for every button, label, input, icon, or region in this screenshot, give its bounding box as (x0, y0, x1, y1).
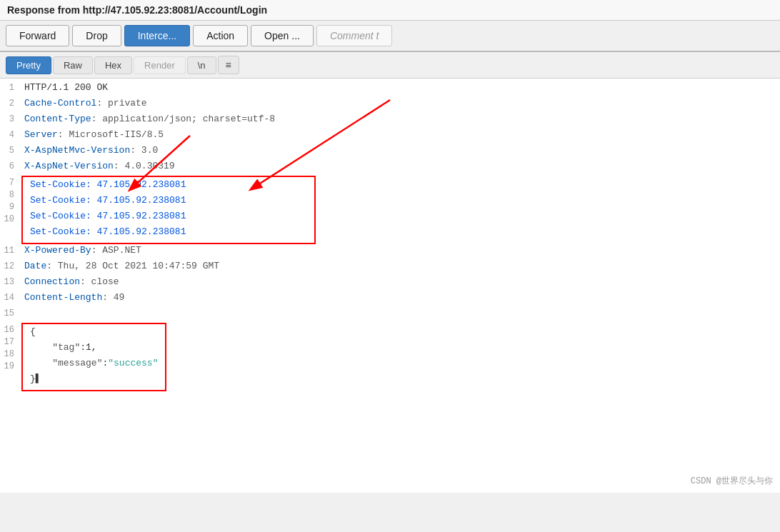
line-3: 3 Content-Type: application/json; charse… (0, 113, 780, 129)
line-8: Set-Cookie: 47.105.92.238081 (27, 194, 310, 210)
title-text: Response from http://47.105.92.23:8081/A… (7, 4, 267, 16)
line-18: "message":"success" (27, 357, 161, 373)
tab-menu-icon[interactable]: ≡ (218, 56, 239, 74)
line-13: 13 Connection: close (0, 276, 780, 291)
line-1: 1 HTTP/1.1 200 OK (0, 81, 780, 97)
line-19: }▌ (27, 373, 161, 388)
line-9: Set-Cookie: 47.105.92.238081 (27, 210, 310, 226)
line-10: Set-Cookie: 47.105.92.238081 (27, 226, 310, 241)
line-15: 15 (0, 307, 780, 323)
line-4: 4 Server: Microsoft-IIS/8.5 (0, 129, 780, 144)
intercept-button[interactable]: Interce... (124, 25, 190, 46)
action-button[interactable]: Action (193, 25, 248, 46)
forward-button[interactable]: Forward (6, 25, 69, 46)
open-button[interactable]: Open ... (251, 25, 314, 46)
title-bar: Response from http://47.105.92.23:8081/A… (0, 0, 780, 21)
comment-input[interactable]: Comment t (316, 25, 392, 46)
toolbar: Forward Drop Interce... Action Open ... … (0, 21, 780, 52)
watermark: CSDN @世界尽头与你 (691, 475, 773, 487)
tab-hex[interactable]: Hex (94, 56, 132, 74)
line-12: 12 Date: Thu, 28 Oct 2021 10:47:59 GMT (0, 260, 780, 276)
tab-pretty[interactable]: Pretty (6, 56, 51, 74)
tab-raw[interactable]: Raw (53, 56, 93, 74)
tabs-bar: Pretty Raw Hex Render \n ≡ (0, 52, 780, 79)
line-16: { (27, 326, 161, 341)
tab-newline[interactable]: \n (187, 56, 216, 74)
line-11: 11 X-Powered-By: ASP.NET (0, 244, 780, 260)
line-2: 2 Cache-Control: private (0, 97, 780, 113)
json-highlight-block: { "tag":1, "message":"success" }▌ (21, 323, 166, 391)
line-7: Set-Cookie: 47.105.92.238081 (27, 179, 310, 194)
cookie-highlight-block: Set-Cookie: 47.105.92.238081 Set-Cookie:… (21, 176, 316, 244)
line-5: 5 X-AspNetMvc-Version: 3.0 (0, 144, 780, 160)
content-area: 1 HTTP/1.1 200 OK 2 Cache-Control: priva… (0, 79, 780, 493)
line-6: 6 X-AspNet-Version: 4.0.30319 (0, 160, 780, 176)
line-14: 14 Content-Length: 49 (0, 291, 780, 307)
drop-button[interactable]: Drop (72, 25, 121, 46)
tab-render[interactable]: Render (134, 56, 186, 74)
line-17: "tag":1, (27, 341, 161, 357)
